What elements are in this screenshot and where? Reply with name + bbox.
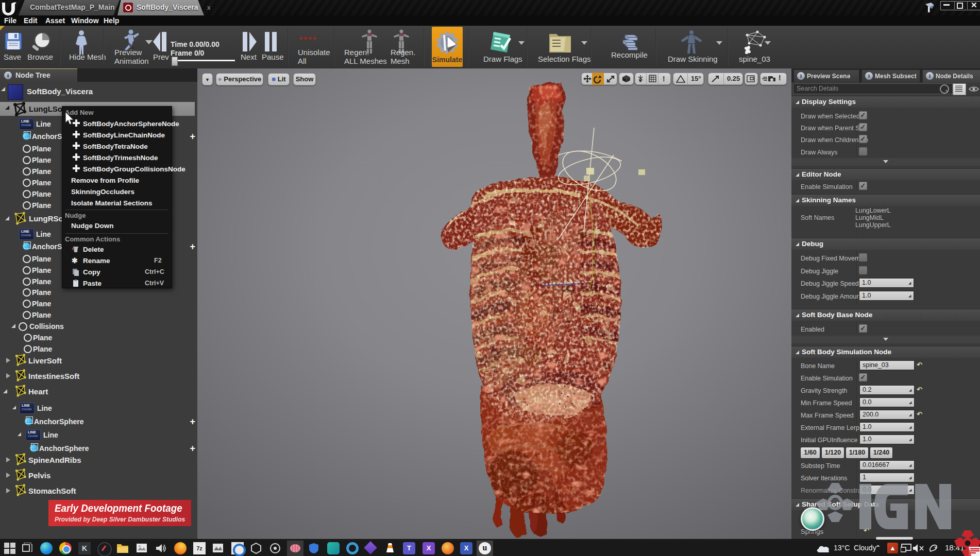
svg-text:!: ! xyxy=(663,75,665,83)
